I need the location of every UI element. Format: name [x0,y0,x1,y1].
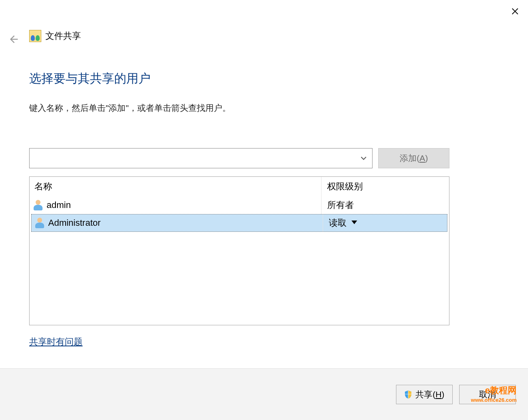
share-label-suffix: ) [442,390,445,399]
permission-dropdown[interactable]: 读取 [323,214,447,232]
user-name: admin [47,200,71,210]
user-name: Administrator [48,218,101,228]
list-header: 名称 权限级别 [30,177,449,196]
user-combobox[interactable] [29,148,373,168]
file-sharing-icon [29,30,41,42]
share-label-key: H [435,390,441,399]
permission-label: 所有者 [327,199,354,211]
add-button: 添加(A) [378,148,449,168]
user-input[interactable] [34,153,357,163]
dialog-footer: 共享(H) 取消 [0,368,528,420]
combo-dropdown-button[interactable] [357,155,370,161]
user-icon [34,200,43,210]
close-button[interactable] [505,3,525,19]
cancel-label: 取消 [479,389,496,400]
caret-down-icon [351,218,358,228]
column-header-name[interactable]: 名称 [30,180,321,193]
share-button[interactable]: 共享(H) [396,385,453,404]
user-icon [35,218,44,228]
add-label-key: A [419,153,425,163]
add-label-suffix: ) [425,153,428,163]
permission-label: 读取 [329,217,347,229]
list-item[interactable]: Administrator 读取 [31,214,447,232]
shield-icon [404,390,412,399]
help-link[interactable]: 共享时有问题 [29,336,83,348]
share-label-prefix: 共享( [415,390,435,399]
page-heading: 选择要与其共享的用户 [29,70,151,87]
list-item[interactable]: admin 所有者 [30,196,449,214]
back-arrow-icon [8,34,19,45]
close-icon [511,8,519,15]
column-header-permission[interactable]: 权限级别 [321,177,449,196]
cancel-button[interactable]: 取消 [459,385,516,404]
window-title: 文件共享 [45,30,81,42]
user-list[interactable]: 名称 权限级别 admin 所有者 Administrator 读取 [29,176,449,325]
chevron-down-icon [360,155,367,161]
instruction-text: 键入名称，然后单击"添加"，或者单击箭头查找用户。 [29,102,231,114]
svg-marker-3 [351,221,357,224]
add-label-prefix: 添加( [400,153,419,164]
back-button[interactable] [6,32,21,47]
